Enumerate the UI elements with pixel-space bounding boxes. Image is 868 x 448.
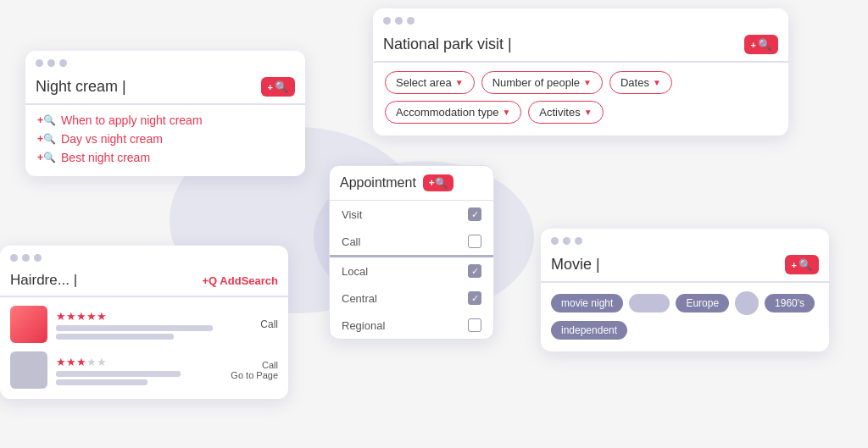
dot-3: [407, 17, 415, 25]
suggestion-item[interactable]: +🔍 When to apply night cream: [37, 113, 293, 127]
tag-europe[interactable]: Europe: [676, 294, 729, 312]
appointment-header: Appointment +🔍: [330, 166, 493, 201]
night-search-bar: Night cream | + 🔍: [25, 72, 305, 105]
dot-1: [551, 237, 559, 245]
hairdresser-result-item: ★★★★★ Call: [10, 306, 278, 343]
dot-3: [575, 237, 582, 245]
search-plus-icon: +🔍: [37, 133, 56, 145]
chip-dates[interactable]: Dates ▼: [609, 71, 672, 94]
hairdresser-info: ★★★★★: [56, 310, 252, 340]
night-cream-card: Night cream | + 🔍 +🔍 When to apply night…: [25, 51, 305, 176]
checkbox-visit[interactable]: ✓: [468, 207, 481, 221]
movie-card: Movie | + 🔍 movie night Europe 1960's in…: [541, 229, 829, 351]
text-line: [56, 325, 213, 331]
filter-chips-container: Select area ▼ Number of people ▼ Dates ▼…: [373, 63, 788, 136]
chevron-down-icon: ▼: [653, 78, 661, 87]
window-controls: [25, 51, 305, 72]
tag-light-1[interactable]: [629, 294, 670, 312]
tag-1960s[interactable]: 1960's: [765, 294, 815, 312]
chip-accommodation-type[interactable]: Accommodation type ▼: [385, 101, 521, 124]
appointment-search-button[interactable]: +🔍: [423, 174, 453, 191]
appointment-row-regional: Regional: [330, 312, 493, 339]
movie-search-input[interactable]: Movie |: [551, 256, 780, 274]
text-line: [56, 379, 147, 385]
appointment-card: Appointment +🔍 Visit ✓ Call Local ✓ Cent…: [329, 165, 494, 340]
tag-circle[interactable]: [735, 291, 759, 315]
checkbox-central[interactable]: ✓: [468, 291, 481, 305]
suggestion-item[interactable]: +🔍 Day vs night cream: [37, 132, 293, 146]
hairdresser-action-call[interactable]: Call: [260, 318, 278, 330]
chip-select-area[interactable]: Select area ▼: [385, 71, 475, 94]
hairdresser-action-page[interactable]: CallGo to Page: [231, 360, 278, 380]
chevron-down-icon: ▼: [502, 108, 510, 117]
chip-number-of-people[interactable]: Number of people ▼: [481, 71, 603, 94]
dot-2: [395, 17, 403, 25]
appointment-row-call: Call: [330, 228, 493, 255]
hairdresser-info: ★★★★★: [56, 356, 222, 385]
dot-2: [22, 254, 30, 262]
movie-search-bar: Movie | + 🔍: [541, 250, 829, 283]
dot-1: [383, 17, 391, 25]
star-rating: ★★★★★: [56, 356, 222, 368]
suggestion-item[interactable]: +🔍 Best night cream: [37, 151, 293, 164]
national-search-button[interactable]: + 🔍: [744, 35, 778, 54]
window-controls: [373, 8, 788, 30]
appointment-row-central: Central ✓: [330, 285, 493, 312]
text-lines: [56, 371, 222, 385]
night-search-button[interactable]: + 🔍: [261, 77, 295, 97]
checkbox-local[interactable]: ✓: [468, 264, 481, 278]
national-search-bar: National park visit | + 🔍: [373, 30, 788, 63]
appointment-row-local: Local ✓: [330, 257, 493, 285]
hairdresser-results: ★★★★★ Call ★★★★★ CallGo to Page: [0, 297, 288, 399]
national-park-card: National park visit | + 🔍 Select area ▼ …: [373, 8, 788, 136]
appointment-section-2: Local ✓ Central ✓ Regional: [330, 257, 493, 339]
dot-3: [34, 254, 42, 262]
dot-2: [563, 237, 570, 245]
checkbox-call[interactable]: [468, 235, 481, 248]
chevron-down-icon: ▼: [584, 108, 593, 117]
national-search-input[interactable]: National park visit |: [383, 36, 739, 53]
search-plus-icon: +🔍: [37, 114, 56, 126]
appointment-section-1: Visit ✓ Call: [330, 201, 493, 257]
suggestion-list: +🔍 When to apply night cream +🔍 Day vs n…: [25, 105, 305, 176]
movie-tags-container: movie night Europe 1960's independent: [541, 283, 829, 351]
hairdresser-search-input[interactable]: Hairdre... |: [10, 272, 198, 289]
window-controls: [0, 246, 288, 267]
appointment-row-visit: Visit ✓: [330, 201, 493, 228]
checkbox-regional[interactable]: [468, 318, 481, 332]
tag-independent[interactable]: independent: [551, 321, 627, 340]
dot-1: [10, 254, 18, 262]
window-controls: [541, 229, 829, 250]
text-line: [56, 334, 174, 340]
night-search-input[interactable]: Night cream |: [36, 78, 256, 96]
movie-search-button[interactable]: + 🔍: [785, 255, 819, 274]
hairdresser-result-item: ★★★★★ CallGo to Page: [10, 351, 278, 389]
chevron-down-icon: ▼: [455, 78, 464, 87]
dot-1: [36, 59, 43, 67]
search-plus-icon: +🔍: [37, 152, 56, 163]
hairdresser-card: Hairdre... | +Q AddSearch ★★★★★ Call ★★★…: [0, 246, 288, 399]
dot-3: [59, 59, 67, 67]
chip-activites[interactable]: Activites ▼: [528, 101, 603, 124]
dot-2: [47, 59, 55, 67]
text-line: [56, 371, 181, 377]
hairdresser-search-bar: Hairdre... | +Q AddSearch: [0, 267, 288, 297]
text-lines: [56, 325, 252, 340]
addsearch-brand-label: +Q AddSearch: [203, 274, 278, 287]
tag-movie-night[interactable]: movie night: [551, 294, 623, 312]
hairdresser-thumbnail: [10, 306, 47, 343]
appointment-title: Appointment: [340, 175, 416, 191]
hairdresser-thumbnail: [10, 351, 47, 389]
chevron-down-icon: ▼: [583, 78, 592, 87]
star-rating: ★★★★★: [56, 310, 252, 323]
